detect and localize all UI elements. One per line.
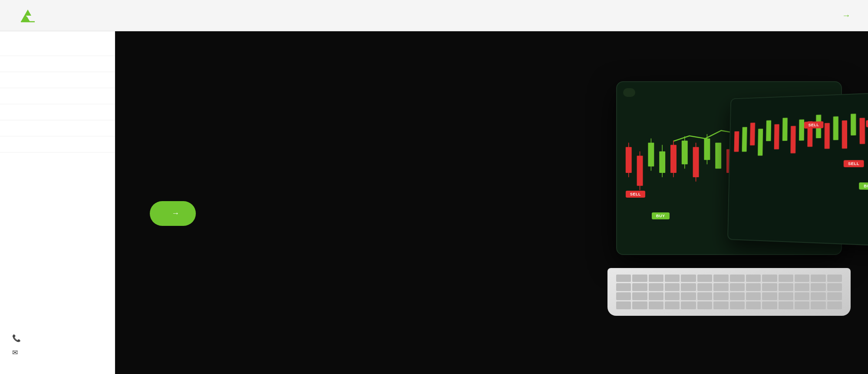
- sell-badge-1: SELL: [626, 191, 645, 198]
- sidebar-item-security[interactable]: [0, 136, 115, 152]
- keyboard-key: [730, 301, 745, 309]
- hero-bg-top-text: [115, 31, 868, 44]
- sidebar-item-assets[interactable]: [0, 40, 115, 56]
- candlestick-svg-secondary: [728, 93, 868, 245]
- sidebar-item-bonuses[interactable]: [0, 88, 115, 104]
- sell-badge-3: SELL: [866, 119, 868, 127]
- keyboard-key: [697, 283, 712, 291]
- keyboard-key: [665, 292, 680, 300]
- keyboard-key: [762, 283, 777, 291]
- logo-icon: [17, 5, 38, 26]
- svg-rect-31: [742, 127, 747, 152]
- keyboard-key: [795, 292, 809, 300]
- learn-more-button[interactable]: →: [150, 201, 196, 226]
- keyboard-key: [811, 275, 825, 282]
- keyboard-key: [697, 301, 712, 309]
- keyboard-key: [632, 301, 647, 309]
- keyboard-key: [649, 292, 663, 300]
- learn-more-arrow-icon: →: [172, 209, 180, 218]
- keyboard-key: [795, 275, 809, 282]
- keyboard-key: [746, 292, 761, 300]
- hero-bg-bottom-text: [115, 365, 868, 374]
- keyboard-keys: // Generate key divs const keysContainer…: [616, 275, 842, 309]
- keyboard-key: [746, 283, 761, 291]
- laptop-keyboard: // Generate key divs const keysContainer…: [607, 268, 851, 316]
- trading-visual: BUY: [581, 77, 868, 329]
- keyboard-key: [632, 275, 647, 282]
- phone-icon: 📞: [12, 334, 21, 342]
- keyboard-key: [827, 283, 842, 291]
- keyboard-key: [649, 275, 663, 282]
- keyboard-key: [616, 275, 631, 282]
- svg-marker-0: [21, 10, 31, 22]
- svg-rect-30: [734, 131, 739, 152]
- buy-badge-2: BUY: [652, 212, 670, 219]
- keyboard-key: [681, 283, 696, 291]
- keyboard-key: [827, 292, 842, 300]
- logo[interactable]: [17, 5, 43, 26]
- keyboard-key: [665, 301, 680, 309]
- phone-contact[interactable]: 📞: [12, 334, 102, 342]
- trading-screen-secondary: SELL SELL BUY SELL: [727, 92, 868, 246]
- sidebar-contact: 📞 ✉: [0, 325, 115, 365]
- svg-rect-42: [833, 116, 838, 140]
- keyboard-key: [616, 292, 631, 300]
- header: →: [0, 0, 868, 31]
- keyboard-key: [730, 283, 745, 291]
- keyboard-key: [713, 275, 728, 282]
- sidebar-item-trading-services[interactable]: [0, 72, 115, 88]
- svg-rect-38: [799, 119, 804, 140]
- sidebar-item-info[interactable]: [0, 104, 115, 120]
- svg-rect-19: [715, 142, 721, 169]
- keyboard-key: [649, 283, 663, 291]
- hero-section: → BUY: [115, 31, 868, 374]
- keyboard-key: [681, 292, 696, 300]
- svg-rect-34: [766, 120, 771, 141]
- svg-rect-35: [774, 124, 779, 149]
- balance-card: [623, 88, 635, 97]
- keyboard-key: [779, 301, 793, 309]
- nav-menu: [0, 40, 115, 325]
- keyboard-key: [632, 283, 647, 291]
- svg-rect-43: [842, 120, 847, 149]
- svg-rect-37: [791, 126, 796, 153]
- keyboard-key: [811, 301, 825, 309]
- keyboard-key: [649, 301, 663, 309]
- sidebar-item-trading-conditions[interactable]: [0, 56, 115, 72]
- keyboard-key: [730, 292, 745, 300]
- main-layout: 📞 ✉ →: [0, 31, 868, 374]
- hero-content: →: [115, 179, 196, 226]
- sell-badge-4: SELL: [844, 160, 864, 167]
- keyboard-key: [779, 275, 793, 282]
- keyboard-key: [730, 275, 745, 282]
- svg-rect-45: [860, 118, 865, 144]
- keyboard-key: [746, 301, 761, 309]
- keyboard-key: [762, 292, 777, 300]
- keyboard-key: [616, 283, 631, 291]
- keyboard-key: [811, 283, 825, 291]
- keyboard-key: [827, 301, 842, 309]
- keyboard-key: [779, 283, 793, 291]
- svg-rect-36: [782, 118, 788, 141]
- sidebar: 📞 ✉: [0, 31, 115, 374]
- keyboard-key: [811, 292, 825, 300]
- keyboard-key: [616, 301, 631, 309]
- keyboard-key: [665, 283, 680, 291]
- keyboard-key: [762, 275, 777, 282]
- sell-badge-2: SELL: [804, 121, 824, 129]
- email-icon: ✉: [12, 348, 18, 357]
- keyboard-key: [795, 283, 809, 291]
- keyboard-key: [713, 283, 728, 291]
- sidebar-item-company[interactable]: [0, 120, 115, 136]
- keyboard-key: [697, 275, 712, 282]
- svg-rect-44: [851, 113, 856, 135]
- personal-account-button[interactable]: →: [838, 10, 851, 20]
- email-contact[interactable]: ✉: [12, 348, 102, 357]
- svg-rect-33: [758, 129, 763, 156]
- keyboard-key: [827, 275, 842, 282]
- svg-rect-41: [825, 123, 830, 149]
- keyboard-key: [713, 292, 728, 300]
- keyboard-key: [697, 292, 712, 300]
- arrow-right-icon: →: [842, 10, 851, 20]
- keyboard-key: [632, 292, 647, 300]
